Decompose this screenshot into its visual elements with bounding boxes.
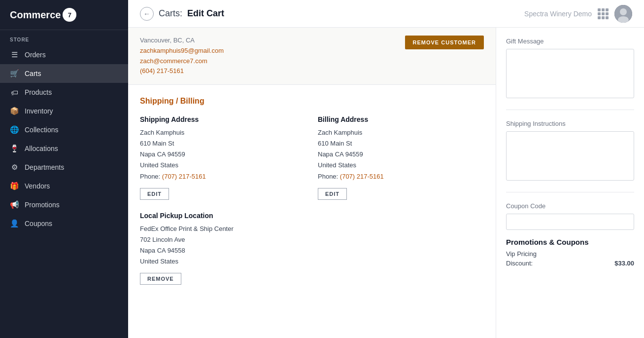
billing-address-heading: Billing Address — [318, 115, 484, 123]
discount-label: Discount: — [506, 260, 533, 267]
billing-phone-val: (707) 217-5161 — [340, 173, 384, 180]
collections-icon: 🌐 — [10, 125, 19, 134]
gift-message-input[interactable] — [506, 49, 634, 98]
products-icon: 🏷 — [10, 88, 19, 97]
pickup-street: 702 Lincoln Ave — [140, 234, 484, 245]
discount-row: Discount: $33.00 — [506, 260, 634, 267]
sidebar-item-label: Products — [25, 88, 52, 96]
billing-phone: Phone: (707) 217-5161 — [318, 171, 484, 182]
page-breadcrumb: Carts: Edit Cart — [159, 8, 224, 19]
sidebar-item-label: Coupons — [25, 220, 52, 227]
svg-point-1 — [620, 8, 627, 15]
sidebar-item-label: Orders — [25, 51, 46, 59]
sidebar: Commerce 7 STORE ☰ Orders 🛒 Carts 🏷 Prod… — [0, 0, 128, 338]
billing-country: United States — [318, 160, 484, 171]
gift-message-section: Gift Message — [506, 38, 634, 110]
customer-info: Vancouver, BC, CA zachkamphuis95@gmail.c… — [140, 36, 484, 76]
avatar[interactable] — [614, 5, 632, 23]
billing-city-state-zip: Napa CA 94559 — [318, 149, 484, 160]
remove-pickup-button[interactable]: REMOVE — [140, 273, 181, 285]
billing-address-block: Billing Address Zach Kamphuis 610 Main S… — [318, 115, 484, 199]
shipping-billing-title: Shipping / Billing — [140, 97, 484, 106]
logo-text: Commerce — [10, 9, 61, 21]
topbar: ← Carts: Edit Cart Spectra Winery Demo — [128, 0, 644, 28]
topbar-right: Spectra Winery Demo — [524, 5, 632, 23]
billing-street: 610 Main St — [318, 138, 484, 149]
sidebar-item-label: Carts — [25, 70, 41, 77]
shipping-billing-section: Shipping / Billing Shipping Address Zach… — [128, 85, 496, 297]
grid-apps-icon[interactable] — [598, 8, 609, 19]
shipping-instructions-input[interactable] — [506, 131, 634, 181]
logo-circle: 7 — [63, 8, 76, 22]
shipping-instructions-label: Shipping Instructions — [506, 120, 634, 127]
billing-name: Zach Kamphuis — [318, 127, 484, 138]
sidebar-item-vendors[interactable]: 🎁 Vendors — [0, 177, 128, 195]
winery-name: Spectra Winery Demo — [524, 10, 592, 18]
sidebar-item-label: Collections — [25, 126, 58, 134]
pickup-city-state-zip: Napa CA 94558 — [140, 245, 484, 256]
shipping-address-block: Shipping Address Zach Kamphuis 610 Main … — [140, 115, 306, 199]
sidebar-item-inventory[interactable]: 📦 Inventory — [0, 102, 128, 120]
sidebar-item-coupons[interactable]: 👤 Coupons — [0, 214, 128, 233]
right-panel: Gift Message Shipping Instructions Coupo… — [496, 28, 644, 338]
promotions-coupons-title: Promotions & Coupons — [506, 238, 634, 246]
sidebar-item-allocations[interactable]: 🍷 Allocations — [0, 139, 128, 158]
sidebar-item-label: Allocations — [25, 145, 58, 152]
main-content: ← Carts: Edit Cart Spectra Winery Demo — [128, 0, 644, 338]
shipping-address-heading: Shipping Address — [140, 115, 306, 123]
breadcrumb-prefix: Carts: — [159, 8, 182, 18]
logo: Commerce 7 — [0, 0, 128, 30]
allocations-icon: 🍷 — [10, 144, 19, 153]
address-grid: Shipping Address Zach Kamphuis 610 Main … — [140, 115, 484, 199]
topbar-left: ← Carts: Edit Cart — [140, 7, 224, 21]
page-title: Edit Cart — [187, 8, 224, 18]
customer-phone: (604) 217-5161 — [140, 66, 224, 76]
orders-icon: ☰ — [10, 50, 19, 59]
customer-bar: Vancouver, BC, CA zachkamphuis95@gmail.c… — [128, 28, 496, 85]
content-area: Vancouver, BC, CA zachkamphuis95@gmail.c… — [128, 28, 644, 338]
sidebar-item-label: Promotions — [25, 201, 60, 209]
sidebar-item-products[interactable]: 🏷 Products — [0, 83, 128, 102]
carts-icon: 🛒 — [10, 69, 19, 78]
coupon-code-section: Coupon Code Promotions & Coupons Vip Pri… — [506, 202, 634, 279]
sidebar-item-departments[interactable]: ⚙ Departments — [0, 158, 128, 177]
remove-customer-button[interactable]: REMOVE CUSTOMER — [405, 36, 484, 49]
sidebar-item-orders[interactable]: ☰ Orders — [0, 45, 128, 64]
coupon-code-label: Coupon Code — [506, 202, 634, 210]
sidebar-item-promotions[interactable]: 📢 Promotions — [0, 195, 128, 214]
promotions-icon: 📢 — [10, 200, 19, 209]
gift-message-label: Gift Message — [506, 38, 634, 45]
center-panel: Vancouver, BC, CA zachkamphuis95@gmail.c… — [128, 28, 496, 338]
departments-icon: ⚙ — [10, 163, 19, 172]
customer-details: Vancouver, BC, CA zachkamphuis95@gmail.c… — [140, 36, 224, 76]
pickup-heading: Local Pickup Location — [140, 212, 484, 220]
back-button[interactable]: ← — [140, 7, 154, 21]
shipping-name: Zach Kamphuis — [140, 127, 306, 138]
pickup-country: United States — [140, 256, 484, 267]
sidebar-item-label: Inventory — [25, 107, 53, 115]
customer-email-2[interactable]: zach@commerce7.com — [140, 57, 207, 65]
shipping-phone-number-val: (707) 217-5161 — [162, 173, 206, 180]
pickup-name: FedEx Office Print & Ship Center — [140, 224, 484, 234]
sidebar-item-collections[interactable]: 🌐 Collections — [0, 120, 128, 139]
sidebar-item-label: Vendors — [25, 182, 50, 190]
coupon-code-input[interactable] — [506, 214, 634, 230]
coupons-icon: 👤 — [10, 219, 19, 228]
shipping-city-state-zip: Napa CA 94559 — [140, 149, 306, 160]
shipping-country: United States — [140, 160, 306, 171]
billing-edit-button[interactable]: EDIT — [318, 188, 347, 200]
inventory-icon: 📦 — [10, 107, 19, 115]
sidebar-item-carts[interactable]: 🛒 Carts — [0, 64, 128, 83]
shipping-street: 610 Main St — [140, 138, 306, 149]
shipping-instructions-section: Shipping Instructions — [506, 120, 634, 192]
sidebar-item-label: Departments — [25, 163, 64, 171]
pickup-section: Local Pickup Location FedEx Office Print… — [140, 212, 484, 285]
shipping-phone: Phone: (707) 217-5161 — [140, 171, 306, 182]
customer-location: Vancouver, BC, CA — [140, 36, 224, 46]
store-section-label: STORE — [0, 30, 128, 45]
promo-row: Vip Pricing — [506, 250, 634, 258]
shipping-edit-button[interactable]: EDIT — [140, 188, 169, 200]
customer-email-1[interactable]: zachkamphuis95@gmail.com — [140, 47, 224, 54]
discount-amount: $33.00 — [614, 260, 634, 267]
vendors-icon: 🎁 — [10, 182, 19, 190]
